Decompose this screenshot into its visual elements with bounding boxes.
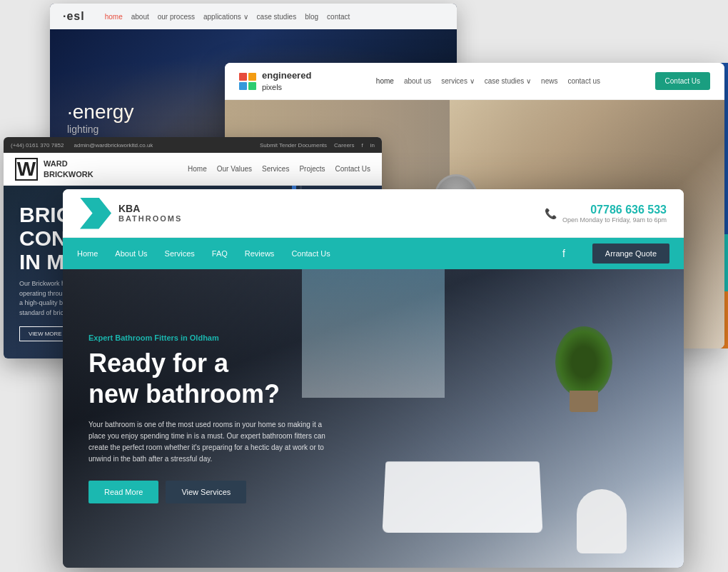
ep-logo-name: engineered xyxy=(262,70,311,82)
ward-nav-values[interactable]: Our Values xyxy=(217,165,252,173)
kba-read-more-button[interactable]: Read More xyxy=(89,481,158,503)
esl-nav-home[interactable]: home xyxy=(105,13,123,21)
kba-title-line1: Ready for a xyxy=(89,348,228,378)
esl-nav-applications[interactable]: applications ∨ xyxy=(203,13,248,21)
kba-plant-leaves xyxy=(555,326,612,398)
screenshots-container: ·esl home about our process applications… xyxy=(0,0,728,572)
kba-logo-name: KBA xyxy=(118,203,182,215)
esl-nav-case[interactable]: case studies xyxy=(257,13,297,21)
kba-phone-number: 07786 636 533 xyxy=(562,204,667,216)
kba-nav-home[interactable]: Home xyxy=(77,249,98,258)
kba-nav: Home About Us Services FAQ Reviews Conta… xyxy=(63,238,684,269)
ep-sq-red xyxy=(239,73,247,81)
ep-logo-squares xyxy=(239,73,256,90)
ward-nav-services[interactable]: Services xyxy=(262,165,289,173)
ep-logo: engineered pixels xyxy=(239,70,311,92)
ward-logo-letter: W xyxy=(15,158,38,181)
esl-nav-contact[interactable]: contact xyxy=(327,13,350,21)
ep-contact-button[interactable]: Contact Us xyxy=(655,72,710,90)
ward-email: admin@wardbrickworkltd.co.uk xyxy=(74,142,153,149)
esl-nav: ·esl home about our process applications… xyxy=(50,4,457,29)
kba-nav-about[interactable]: About Us xyxy=(115,249,147,258)
ep-nav-news[interactable]: news xyxy=(541,77,557,85)
ward-topbar: (+44) 0161 370 7852 admin@wardbrickworkl… xyxy=(4,137,382,153)
ep-sq-green xyxy=(248,82,256,90)
kba-hero-buttons: Read More View Services xyxy=(89,481,379,503)
kba-nav-reviews[interactable]: Reviews xyxy=(245,249,275,258)
ward-careers[interactable]: Careers xyxy=(334,142,354,149)
kba-nav-faq[interactable]: FAQ xyxy=(212,249,228,258)
kba-phone-hours: Open Monday to Friday, 9am to 6pm xyxy=(562,216,667,224)
esl-nav-about[interactable]: about xyxy=(131,13,149,21)
ep-nav-links: home about us services ∨ case studies ∨ … xyxy=(331,77,644,85)
kba-hero-content: Expert Bathroom Fitters in Oldham Ready … xyxy=(63,269,405,568)
esl-nav-blog[interactable]: blog xyxy=(305,13,318,21)
ward-logo: W WARDBRICKWORK xyxy=(15,158,93,181)
kba-phone-details: 07786 636 533 Open Monday to Friday, 9am… xyxy=(562,204,667,224)
kba-logo-text: KBA BATHROOMS xyxy=(118,203,182,224)
esl-logo: ·esl xyxy=(63,10,85,23)
ward-social-fb[interactable]: f xyxy=(362,142,363,149)
esl-nav-links: home about our process applications ∨ ca… xyxy=(105,13,350,21)
ward-nav-home[interactable]: Home xyxy=(188,165,207,173)
ward-nav: W WARDBRICKWORK Home Our Values Services… xyxy=(4,153,382,186)
kba-logo-icon xyxy=(80,198,111,229)
kba-nav-contact[interactable]: Contact Us xyxy=(291,249,330,258)
ep-nav-case[interactable]: case studies ∨ xyxy=(485,77,531,85)
kba-logo: KBA BATHROOMS xyxy=(80,198,182,229)
esl-nav-process[interactable]: our process xyxy=(158,13,195,21)
kba-header: KBA BATHROOMS 📞 07786 636 533 Open Monda… xyxy=(63,189,684,238)
ward-tender[interactable]: Submit Tender Documents xyxy=(260,142,327,149)
kba-facebook-link[interactable]: f xyxy=(562,248,565,259)
ep-nav-services[interactable]: services ∨ xyxy=(441,77,474,85)
ep-logo-text: engineered pixels xyxy=(262,70,311,92)
kba-plant xyxy=(555,326,612,412)
kba-hero-title: Ready for a new bathroom? xyxy=(89,348,379,409)
ep-nav-contact[interactable]: contact us xyxy=(567,77,600,85)
ep-sq-blue xyxy=(239,82,247,90)
kba-plant-pot xyxy=(570,391,598,412)
kba-hero-subtitle: Expert Bathroom Fitters in Oldham xyxy=(89,333,379,342)
ep-nav: engineered pixels home about us services… xyxy=(225,63,724,100)
ep-nav-about[interactable]: about us xyxy=(404,77,431,85)
kba-nav-services[interactable]: Services xyxy=(165,249,195,258)
ward-social-tw[interactable]: in xyxy=(370,142,375,149)
ward-phone: (+44) 0161 370 7852 xyxy=(11,142,64,149)
ep-nav-home[interactable]: home xyxy=(376,77,394,85)
ward-nav-projects[interactable]: Projects xyxy=(299,165,325,173)
kba-toilet xyxy=(577,489,627,553)
ep-sq-orange xyxy=(248,73,256,81)
ward-nav-links: Home Our Values Services Projects Contac… xyxy=(188,165,370,173)
kba-arrange-quote-button[interactable]: Arrange Quote xyxy=(592,244,669,264)
kba-bathtub xyxy=(383,461,543,533)
kba-hero-description: Your bathroom is one of the most used ro… xyxy=(89,419,331,465)
ward-logo-text: WARDBRICKWORK xyxy=(44,159,93,179)
kba-contact-info: 📞 07786 636 533 Open Monday to Friday, 9… xyxy=(545,204,667,224)
phone-icon: 📞 xyxy=(545,208,557,219)
ward-topbar-links: Submit Tender Documents Careers f in xyxy=(260,142,375,149)
ep-logo-sub: pixels xyxy=(262,83,282,91)
kba-title-line2: new bathroom? xyxy=(89,379,280,408)
kba-logo-sub: BATHROOMS xyxy=(118,214,182,224)
ward-nav-contact[interactable]: Contact Us xyxy=(335,165,370,173)
kba-view-services-button[interactable]: View Services xyxy=(166,481,246,503)
screenshot-kba: KBA BATHROOMS 📞 07786 636 533 Open Monda… xyxy=(63,189,684,568)
kba-hero: Expert Bathroom Fitters in Oldham Ready … xyxy=(63,269,684,568)
